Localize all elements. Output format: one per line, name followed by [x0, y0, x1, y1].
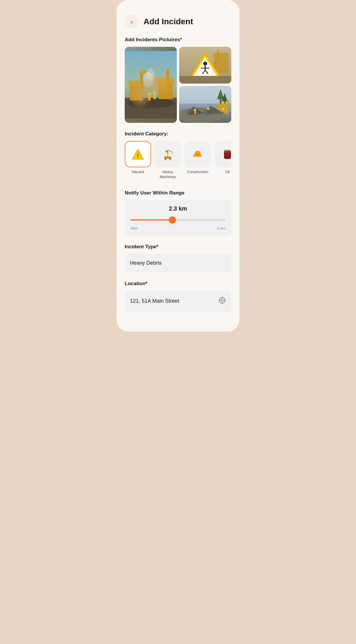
incident-type-input[interactable]: Heavy Debris	[125, 254, 231, 273]
svg-point-2	[127, 98, 174, 109]
svg-rect-1	[125, 98, 177, 119]
svg-point-41	[194, 109, 196, 111]
incident-type-value: Heavy Debris	[130, 260, 162, 266]
category-label: Incident Category:	[125, 131, 231, 137]
warning-image-svg	[179, 47, 231, 84]
warning-sign-image[interactable]	[179, 47, 231, 84]
svg-rect-15	[153, 94, 156, 99]
range-box: 2.3 km 0km 5 km	[125, 200, 231, 236]
incident-type-section: Incident Type* Heavy Debris	[125, 244, 231, 273]
page-title: Add Incident	[143, 17, 193, 26]
location-label: Location*	[125, 281, 231, 287]
svg-point-60	[224, 157, 231, 159]
category-item-oil[interactable]: Oil	[214, 141, 231, 180]
category-scroll: ! Hazard	[125, 141, 231, 182]
location-section: Location* 121, 51A Main Street	[125, 281, 231, 312]
svg-rect-9	[166, 69, 169, 84]
svg-rect-36	[227, 101, 229, 109]
oil-label: Oil	[225, 170, 230, 175]
svg-point-43	[207, 108, 209, 110]
svg-rect-27	[179, 76, 231, 84]
rubble-image[interactable]: H	[179, 86, 231, 123]
svg-rect-13	[148, 96, 151, 100]
heavy-machinery-label: Heavy Machiney	[155, 170, 181, 180]
incident-type-label: Incident Type*	[125, 244, 231, 250]
svg-rect-42	[194, 111, 196, 114]
svg-point-52	[165, 159, 166, 160]
location-input[interactable]: 121, 51A Main Street	[125, 291, 231, 312]
category-section: Incident Category: ! Hazard	[125, 131, 231, 182]
hazard-icon-box: !	[125, 141, 151, 167]
svg-rect-18	[217, 50, 219, 64]
slider-max-label: 5 km	[217, 226, 225, 230]
slider-thumb[interactable]	[169, 216, 176, 223]
back-button[interactable]: ‹	[125, 15, 139, 29]
range-value: 2.3 km	[131, 205, 225, 212]
svg-rect-6	[139, 70, 147, 74]
heavy-machinery-icon-box: ⌒	[155, 141, 181, 167]
header: ‹ Add Incident	[125, 15, 231, 29]
svg-point-14	[153, 91, 156, 94]
images-section: Add Incidents Pictuires*	[125, 37, 231, 123]
svg-point-21	[203, 61, 207, 66]
slider-min-label: 0km	[131, 226, 138, 230]
svg-rect-7	[159, 80, 173, 99]
svg-text:⌒: ⌒	[171, 153, 173, 156]
svg-rect-4	[129, 81, 144, 86]
range-section: Notify User Within Range 2.3 km 0km 5 km	[125, 190, 231, 236]
range-label: Notify User Within Range	[125, 190, 231, 196]
location-value: 121, 51A Main Street	[130, 298, 179, 304]
svg-point-53	[169, 159, 171, 160]
svg-point-78	[221, 299, 223, 302]
hazard-label: Hazard	[132, 170, 144, 175]
svg-text:!: !	[137, 152, 139, 159]
main-incident-image[interactable]	[125, 47, 177, 123]
svg-rect-8	[157, 78, 174, 84]
svg-rect-5	[140, 72, 143, 87]
svg-point-11	[147, 68, 155, 81]
svg-rect-50	[165, 151, 168, 152]
svg-rect-44	[207, 110, 209, 113]
svg-rect-3	[130, 82, 143, 100]
slider-fill	[131, 219, 174, 221]
category-item-construction[interactable]: Construction	[184, 141, 211, 180]
slider-track	[131, 219, 225, 221]
location-target-icon[interactable]	[218, 297, 226, 306]
svg-point-12	[148, 92, 151, 96]
svg-point-10	[143, 72, 153, 87]
construction-image-svg	[125, 47, 177, 123]
back-icon: ‹	[131, 18, 133, 25]
svg-rect-56	[193, 155, 202, 157]
heavy-machinery-icon: ⌒	[161, 148, 174, 161]
category-item-heavy-machinery[interactable]: ⌒ Heavy Machiney	[155, 141, 181, 180]
svg-rect-51	[164, 156, 171, 159]
oil-barrel-icon	[221, 148, 231, 161]
construction-icon	[191, 148, 204, 161]
svg-rect-57	[195, 154, 201, 155]
category-item-hazard[interactable]: ! Hazard	[125, 141, 151, 180]
target-icon	[218, 297, 226, 304]
svg-rect-0	[125, 51, 177, 118]
oil-icon-box	[214, 141, 231, 167]
construction-icon-box	[184, 141, 211, 167]
slider-container[interactable]	[131, 216, 225, 224]
phone-container: ‹ Add Incident Add Incidents Pictuires*	[117, 0, 239, 332]
svg-text:H: H	[222, 107, 224, 111]
svg-line-48	[168, 150, 172, 152]
images-label: Add Incidents Pictuires*	[125, 37, 231, 43]
hazard-icon: !	[131, 148, 144, 161]
slider-labels: 0km 5 km	[131, 226, 225, 230]
construction-label: Construction	[187, 170, 208, 175]
rubble-image-svg: H	[179, 86, 231, 123]
images-grid: H	[125, 47, 231, 123]
